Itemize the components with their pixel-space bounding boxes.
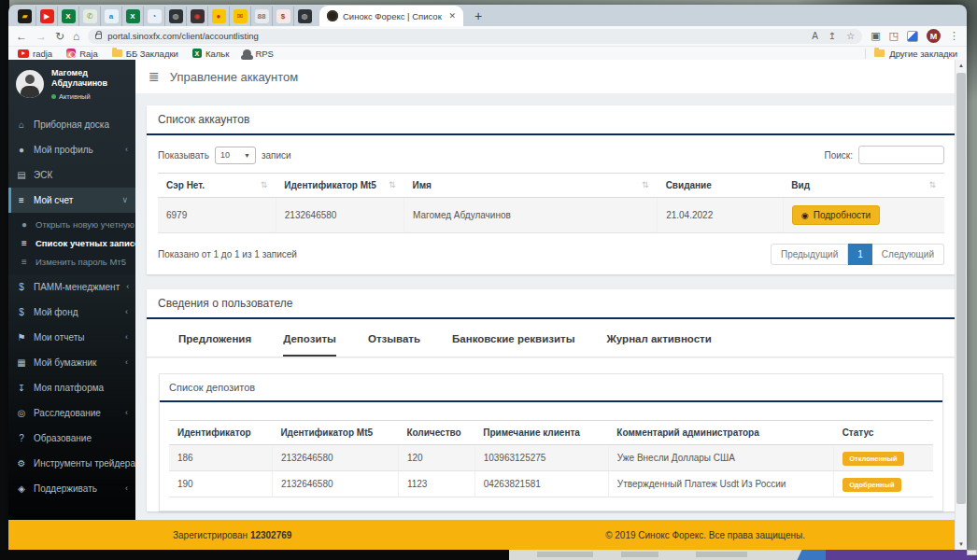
dashboard-icon: ⌂ xyxy=(16,119,27,130)
details-button[interactable]: ◉Подробности xyxy=(792,205,880,225)
blue-swirl-icon: ◔ xyxy=(148,9,162,23)
sidebar-item-my-account[interactable]: ≡Мой счет∨ xyxy=(8,188,135,213)
tab-close-icon[interactable]: ✕ xyxy=(448,11,456,21)
youtube-tab[interactable]: ▶ xyxy=(35,7,57,26)
page-scrollbar[interactable]: ▲ ▼ xyxy=(955,60,967,550)
sidebar-item-trader-tools[interactable]: ⚙Инструменты трейдера‹ xyxy=(8,451,135,476)
background-window-strip xyxy=(0,550,977,560)
youtube-icon: ▶ xyxy=(40,9,54,23)
sidebar-item-my-fund[interactable]: $Мой фонд‹ xyxy=(8,300,135,325)
menu-kebab-icon[interactable]: ⋮ xyxy=(949,30,959,42)
gray-88-tab[interactable]: 88 xyxy=(250,7,272,26)
other-bookmarks[interactable]: Другие закладки xyxy=(865,49,957,59)
bookmark-kalk[interactable]: XКальк xyxy=(192,49,229,59)
excel-green-2-icon: X xyxy=(126,9,140,23)
folder-icon xyxy=(874,49,885,57)
lock-icon xyxy=(95,34,102,39)
profile-avatar[interactable]: M xyxy=(927,29,941,43)
extensions-puzzle-icon[interactable]: ◳ xyxy=(889,30,899,42)
reload-icon[interactable]: ↻ xyxy=(55,31,64,42)
forward-icon[interactable]: → xyxy=(35,31,47,42)
dark-gold-logo-tab[interactable]: ▰ xyxy=(14,7,35,26)
address-bar[interactable]: portal.sinoxfx.com/client/accountlisting… xyxy=(88,29,862,44)
tab-activity-log[interactable]: Журнал активности xyxy=(606,333,711,357)
site-favicon xyxy=(327,10,338,21)
main-content: ≣ Управление аккаунтом Список аккаунтов … xyxy=(135,60,967,550)
tab-offers[interactable]: Предложения xyxy=(178,333,251,357)
deposits-card: Список депозитов Идентификатор Идентифик… xyxy=(159,373,943,511)
whatsapp-gray-icon: ✆ xyxy=(83,9,97,23)
excel-green-tab[interactable]: X xyxy=(57,7,78,26)
search-input[interactable] xyxy=(858,146,944,164)
sidebar-item-my-platform[interactable]: ↧Моя платформа xyxy=(8,375,135,400)
dark-globe-tab[interactable]: ◍ xyxy=(164,7,186,26)
sidebar-item-my-wallet[interactable]: ▦Мой бумажник‹ xyxy=(8,350,135,375)
excel-green-2-tab[interactable]: X xyxy=(121,7,143,26)
tab-bank-details[interactable]: Банковские реквизиты xyxy=(452,333,574,357)
column-header[interactable]: Имя⇅ xyxy=(404,174,658,198)
gear-icon: ⚙ xyxy=(16,458,27,469)
sort-icon[interactable]: ⇅ xyxy=(642,180,649,189)
sidebar-item-investigation[interactable]: ◎Расследование‹ xyxy=(8,400,135,426)
bookmark-bb-folder[interactable]: ББ Закладки xyxy=(112,49,178,59)
folder-icon xyxy=(112,49,122,57)
instagram-icon xyxy=(66,49,76,58)
excel-green-icon: X xyxy=(62,9,76,23)
back-icon[interactable]: ← xyxy=(16,31,27,42)
translate-icon[interactable]: A xyxy=(812,31,818,41)
sidebar-item-pamm[interactable]: $ПАММ-менеджмент‹ xyxy=(8,274,135,300)
bookmark-rps[interactable]: RPS xyxy=(243,49,274,59)
registered-label: Зарегистрирован xyxy=(173,530,248,540)
bookmark-star-icon[interactable]: ☆ xyxy=(846,31,855,41)
dark-globe-2-icon: ◍ xyxy=(298,9,312,23)
column-header: Идентификатор Mt5 xyxy=(272,421,398,445)
sort-icon[interactable]: ⇅ xyxy=(389,180,396,189)
yandex-mail-tab[interactable]: ✉ xyxy=(229,7,250,26)
column-header[interactable]: Сэр Нет.⇅ xyxy=(158,174,276,198)
extension-icon[interactable] xyxy=(907,31,918,42)
active-browser-tab[interactable]: Синокс Форекс | Список аккау ✕ xyxy=(319,6,463,26)
tab-withdraw[interactable]: Отзывать xyxy=(368,333,420,357)
sidebar-item-my-reports[interactable]: ⚑Мои отчеты‹ xyxy=(8,325,135,350)
scrollbar-thumb[interactable] xyxy=(956,73,966,504)
pagination-next[interactable]: Следующий xyxy=(872,244,944,265)
details-tabs: Предложения Депозиты Отзывать Банковские… xyxy=(147,319,956,357)
dark-globe-2-tab[interactable]: ◍ xyxy=(293,7,315,26)
entries-select[interactable]: 10▼ xyxy=(215,147,256,164)
submenu-account-listing[interactable]: ≡Список учетных записей xyxy=(8,234,135,253)
tab-deposits[interactable]: Депозиты xyxy=(283,333,336,357)
deposits-card-title: Список депозитов xyxy=(160,374,942,402)
screenshot-icon[interactable]: ▣ xyxy=(871,30,880,42)
sidebar-item-profile[interactable]: ●Мой профиль‹ xyxy=(8,137,135,162)
dark-red-circle-tab[interactable]: ◉ xyxy=(186,7,207,26)
blue-a-tab[interactable]: a xyxy=(100,7,121,26)
bookmark-radja[interactable]: radja xyxy=(18,49,52,59)
sidebar-item-dashboard[interactable]: ⌂Приборная доска xyxy=(8,112,135,137)
column-header[interactable]: Свидание xyxy=(658,174,784,198)
sidebar-item-esk[interactable]: ▤ЭСК xyxy=(8,162,135,188)
share-icon[interactable]: ↥ xyxy=(828,31,836,41)
scroll-up-icon[interactable]: ▲ xyxy=(956,60,967,71)
chevron-left-icon: ‹ xyxy=(125,332,128,342)
new-tab-button[interactable]: + xyxy=(469,7,488,25)
pagination-previous[interactable]: Предыдущий xyxy=(771,244,848,265)
home-icon[interactable]: ⌂ xyxy=(73,31,79,42)
yandex-yellow-tab[interactable]: ● xyxy=(207,7,229,26)
dollar-icon: $ xyxy=(16,282,27,292)
sidebar-item-education[interactable]: ?Образование xyxy=(8,426,135,451)
sort-icon[interactable]: ⇅ xyxy=(928,180,936,189)
user-icon: ● xyxy=(16,145,27,155)
submenu-open-new-account[interactable]: ●Открыть новую учетную запись xyxy=(8,216,135,234)
bookmark-raja[interactable]: Raja xyxy=(66,49,98,59)
column-header[interactable]: Идентификатор Mt5⇅ xyxy=(276,174,404,198)
sidebar-item-support[interactable]: ◈Поддерживать‹ xyxy=(8,476,135,501)
pagination-page-1[interactable]: 1 xyxy=(848,244,872,265)
blue-swirl-tab[interactable]: ◔ xyxy=(143,7,164,26)
column-header[interactable]: Вид⇅ xyxy=(783,174,944,198)
submenu-change-mt5-password[interactable]: ≡Изменить пароль Мт5 xyxy=(8,253,135,272)
sort-icon[interactable]: ⇅ xyxy=(261,180,268,189)
person-icon xyxy=(243,49,251,58)
scroll-down-icon[interactable]: ▼ xyxy=(956,539,967,550)
whatsapp-gray-tab[interactable]: ✆ xyxy=(78,7,100,26)
red-dollar-tab[interactable]: $ xyxy=(272,7,293,26)
